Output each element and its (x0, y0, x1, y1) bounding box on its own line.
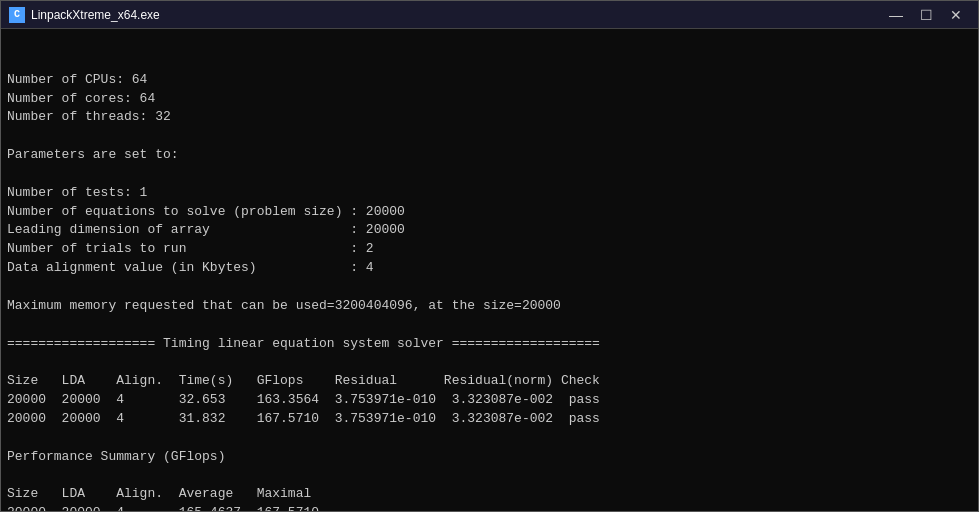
app-icon: C (9, 7, 25, 23)
close-button[interactable]: ✕ (942, 4, 970, 26)
console-line: Size LDA Align. Average Maximal (7, 485, 972, 504)
console-line: Number of tests: 1 (7, 184, 972, 203)
console-line: Number of equations to solve (problem si… (7, 203, 972, 222)
console-line: Number of threads: 32 (7, 108, 972, 127)
console-line: Number of cores: 64 (7, 90, 972, 109)
console-line: Parameters are set to: (7, 146, 972, 165)
title-bar: C LinpackXtreme_x64.exe — ☐ ✕ (1, 1, 978, 29)
console-output: Number of CPUs: 64Number of cores: 64Num… (1, 29, 978, 511)
title-bar-left: C LinpackXtreme_x64.exe (9, 7, 160, 23)
window-controls: — ☐ ✕ (882, 4, 970, 26)
window-title: LinpackXtreme_x64.exe (31, 8, 160, 22)
minimize-button[interactable]: — (882, 4, 910, 26)
console-line (7, 278, 972, 297)
console-line: Number of trials to run : 2 (7, 240, 972, 259)
maximize-button[interactable]: ☐ (912, 4, 940, 26)
console-line: 20000 20000 4 32.653 163.3564 3.753971e-… (7, 391, 972, 410)
console-line: 20000 20000 4 165.4637 167.5710 (7, 504, 972, 511)
console-line: Maximum memory requested that can be use… (7, 297, 972, 316)
console-line: Data alignment value (in Kbytes) : 4 (7, 259, 972, 278)
window: C LinpackXtreme_x64.exe — ☐ ✕ Number of … (0, 0, 979, 512)
console-line (7, 316, 972, 335)
console-line: =================== Timing linear equati… (7, 335, 972, 354)
console-line: Number of CPUs: 64 (7, 71, 972, 90)
console-line: Performance Summary (GFlops) (7, 448, 972, 467)
console-line (7, 127, 972, 146)
console-line: Size LDA Align. Time(s) GFlops Residual … (7, 372, 972, 391)
console-line (7, 466, 972, 485)
console-line: 20000 20000 4 31.832 167.5710 3.753971e-… (7, 410, 972, 429)
console-line (7, 353, 972, 372)
console-line: Leading dimension of array : 20000 (7, 221, 972, 240)
console-line (7, 165, 972, 184)
console-line (7, 429, 972, 448)
